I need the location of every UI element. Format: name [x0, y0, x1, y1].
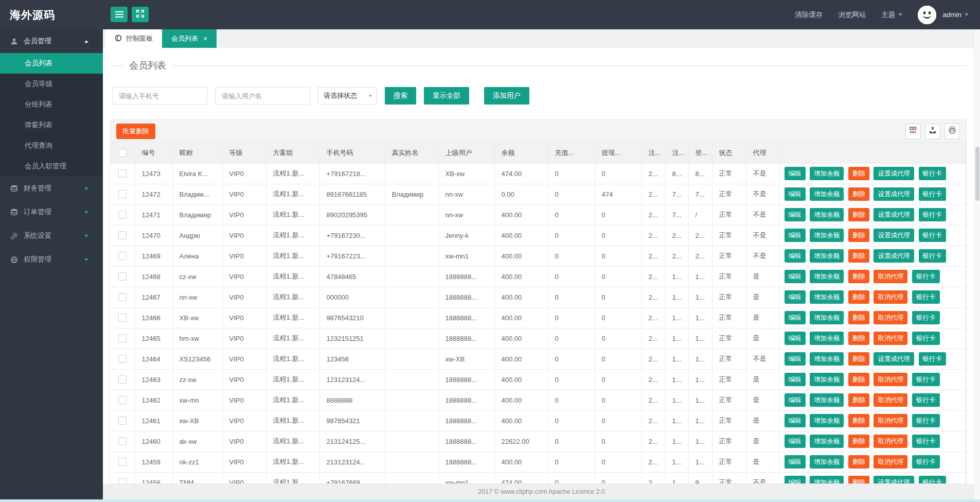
- delete-button[interactable]: 删除: [848, 352, 869, 366]
- theme-menu[interactable]: 主题: [881, 10, 902, 20]
- row-checkbox[interactable]: [118, 437, 127, 445]
- agent-toggle-button[interactable]: 取消代理: [874, 393, 907, 407]
- row-checkbox[interactable]: [118, 355, 127, 363]
- agent-toggle-button[interactable]: 取消代理: [874, 414, 907, 427]
- row-checkbox[interactable]: [118, 478, 127, 484]
- agent-toggle-button[interactable]: 取消代理: [874, 332, 907, 345]
- row-checkbox[interactable]: [118, 231, 127, 239]
- row-checkbox[interactable]: [118, 211, 127, 219]
- bank-card-button[interactable]: 银行卡: [919, 229, 947, 242]
- bank-card-button[interactable]: 银行卡: [912, 455, 940, 469]
- add-balance-button[interactable]: 增加余额: [810, 229, 844, 242]
- delete-button[interactable]: 删除: [848, 455, 869, 469]
- add-balance-button[interactable]: 增加余额: [810, 167, 844, 180]
- add-balance-button[interactable]: 增加余额: [810, 435, 844, 448]
- row-checkbox[interactable]: [118, 375, 127, 384]
- horizontal-scrollbar[interactable]: [0, 499, 980, 502]
- add-balance-button[interactable]: 增加余额: [810, 249, 844, 263]
- user-menu[interactable]: admin: [942, 11, 969, 19]
- bank-card-button[interactable]: 银行卡: [919, 167, 947, 180]
- sidebar-subitem-member-level[interactable]: 会员等级: [0, 74, 103, 94]
- add-user-button[interactable]: 添加用户: [484, 87, 529, 105]
- delete-button[interactable]: 删除: [848, 208, 869, 221]
- delete-button[interactable]: 删除: [848, 373, 869, 386]
- bank-card-button[interactable]: 银行卡: [919, 187, 947, 201]
- username-input[interactable]: [215, 87, 310, 105]
- bank-card-button[interactable]: 银行卡: [912, 435, 940, 448]
- bank-card-button[interactable]: 银行卡: [912, 373, 940, 386]
- delete-button[interactable]: 删除: [848, 167, 869, 180]
- sidebar-item-finance-management[interactable]: 财务管理: [0, 177, 103, 200]
- delete-button[interactable]: 删除: [848, 249, 869, 263]
- edit-button[interactable]: 编辑: [785, 352, 806, 366]
- edit-button[interactable]: 编辑: [785, 270, 806, 283]
- bank-card-button[interactable]: 银行卡: [919, 352, 947, 366]
- sidebar-item-system-settings[interactable]: 系统设置: [0, 224, 103, 248]
- edit-button[interactable]: 编辑: [785, 455, 806, 469]
- close-icon[interactable]: ×: [203, 35, 207, 42]
- agent-toggle-button[interactable]: 设置成代理: [874, 249, 914, 263]
- fullscreen-button[interactable]: [132, 7, 149, 22]
- agent-toggle-button[interactable]: 设置成代理: [874, 208, 914, 221]
- edit-button[interactable]: 编辑: [785, 249, 806, 263]
- agent-toggle-button[interactable]: 设置成代理: [874, 476, 914, 484]
- search-button[interactable]: 搜索: [385, 87, 416, 105]
- row-checkbox[interactable]: [118, 272, 127, 281]
- avatar[interactable]: [918, 6, 936, 24]
- delete-button[interactable]: 删除: [848, 332, 869, 345]
- bank-card-button[interactable]: 银行卡: [919, 208, 947, 221]
- delete-button[interactable]: 删除: [848, 435, 869, 448]
- browse-site-link[interactable]: 浏览网站: [838, 10, 866, 20]
- delete-button[interactable]: 删除: [848, 187, 869, 201]
- print-button[interactable]: [945, 124, 960, 139]
- sidebar-subitem-popup-list[interactable]: 弹窗列表: [0, 115, 103, 135]
- add-balance-button[interactable]: 增加余额: [810, 455, 844, 469]
- edit-button[interactable]: 编辑: [785, 476, 806, 484]
- agent-toggle-button[interactable]: 取消代理: [874, 290, 907, 304]
- agent-toggle-button[interactable]: 取消代理: [874, 455, 907, 469]
- delete-button[interactable]: 删除: [848, 229, 869, 242]
- add-balance-button[interactable]: 增加余额: [810, 208, 844, 221]
- add-balance-button[interactable]: 增加余额: [810, 414, 844, 427]
- select-all-checkbox[interactable]: [118, 149, 127, 157]
- sidebar-subitem-group-list[interactable]: 分组列表: [0, 94, 103, 115]
- agent-toggle-button[interactable]: 取消代理: [874, 270, 907, 283]
- edit-button[interactable]: 编辑: [785, 373, 806, 386]
- row-checkbox[interactable]: [118, 169, 127, 178]
- bank-card-button[interactable]: 银行卡: [912, 393, 940, 407]
- add-balance-button[interactable]: 增加余额: [810, 352, 844, 366]
- edit-button[interactable]: 编辑: [785, 167, 806, 180]
- row-checkbox[interactable]: [118, 458, 127, 466]
- bank-card-button[interactable]: 银行卡: [912, 414, 940, 427]
- edit-button[interactable]: 编辑: [785, 229, 806, 242]
- add-balance-button[interactable]: 增加余额: [810, 332, 844, 345]
- scrollbar-thumb[interactable]: [975, 147, 979, 201]
- edit-button[interactable]: 编辑: [785, 290, 806, 304]
- agent-toggle-button[interactable]: 设置成代理: [874, 187, 914, 201]
- add-balance-button[interactable]: 增加余额: [810, 270, 844, 283]
- bank-card-button[interactable]: 银行卡: [912, 311, 940, 324]
- export-button[interactable]: [925, 124, 940, 139]
- columns-button[interactable]: [905, 124, 921, 139]
- add-balance-button[interactable]: 增加余额: [810, 290, 844, 304]
- agent-toggle-button[interactable]: 设置成代理: [874, 167, 914, 180]
- delete-button[interactable]: 删除: [848, 476, 869, 484]
- edit-button[interactable]: 编辑: [785, 393, 806, 407]
- phone-input[interactable]: [112, 87, 207, 105]
- row-checkbox[interactable]: [118, 334, 127, 342]
- edit-button[interactable]: 编辑: [785, 187, 806, 201]
- delete-button[interactable]: 删除: [848, 311, 869, 324]
- sidebar-subitem-agent-query[interactable]: 代理查询: [0, 135, 103, 156]
- row-checkbox[interactable]: [118, 417, 127, 425]
- status-select[interactable]: 请选择状态: [318, 87, 377, 105]
- edit-button[interactable]: 编辑: [785, 414, 806, 427]
- tab-member-list[interactable]: 会员列表 ×: [162, 29, 217, 48]
- row-checkbox[interactable]: [118, 190, 127, 198]
- row-checkbox[interactable]: [118, 252, 127, 260]
- add-balance-button[interactable]: 增加余额: [810, 476, 844, 484]
- edit-button[interactable]: 编辑: [785, 332, 806, 345]
- sidebar-item-permission-management[interactable]: 权限管理: [0, 248, 103, 271]
- delete-button[interactable]: 删除: [848, 290, 869, 304]
- delete-button[interactable]: 删除: [848, 414, 869, 427]
- agent-toggle-button[interactable]: 设置成代理: [874, 352, 914, 366]
